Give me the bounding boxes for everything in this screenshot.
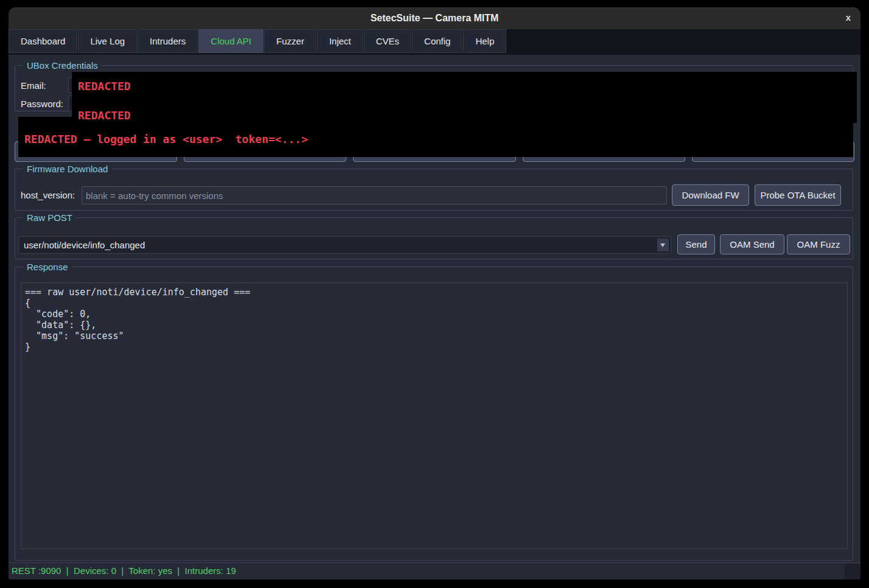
redacted-password-text: REDACTED: [78, 109, 131, 122]
tab-bar: Dashboard Live Log Intruders Cloud API F…: [9, 29, 860, 55]
oam-fuzz-button[interactable]: OAM Fuzz: [787, 234, 850, 254]
download-fw-button[interactable]: Download FW: [672, 184, 749, 206]
status-bar-text: REST :9090 | Devices: 0 | Token: yes | I…: [12, 563, 236, 579]
tab-live-log[interactable]: Live Log: [78, 29, 137, 53]
response-output-area[interactable]: === raw user/noti/device/info_changed ==…: [21, 282, 848, 549]
response-output-text: === raw user/noti/device/info_changed ==…: [21, 283, 847, 356]
oam-send-button[interactable]: OAM Send: [720, 234, 784, 254]
raw-post-group-title: Raw POST: [23, 212, 76, 223]
tab-dashboard[interactable]: Dashboard: [9, 29, 77, 53]
response-group-title: Response: [23, 261, 72, 273]
main-content: UBox Credentials Email: Password: Firmwa…: [9, 55, 860, 562]
status-bar: REST :9090 | Devices: 0 | Token: yes | I…: [9, 562, 860, 579]
app-window: SetecSuite — Camera MITM x Dashboard Liv…: [9, 7, 860, 579]
redacted-login-status-text: REDACTED — logged in as <user> token=<..…: [24, 133, 308, 145]
tab-config[interactable]: Config: [412, 29, 462, 53]
tab-cloud-api[interactable]: Cloud API: [198, 29, 263, 53]
tab-fuzzer[interactable]: Fuzzer: [264, 29, 316, 53]
title-bar: SetecSuite — Camera MITM x: [9, 7, 860, 29]
tab-cves[interactable]: CVEs: [364, 29, 411, 53]
close-icon[interactable]: x: [846, 7, 851, 28]
firmware-download-group-title: Firmware Download: [23, 163, 111, 175]
host-version-label: host_version:: [21, 189, 75, 201]
ubox-credentials-group-title: UBox Credentials: [23, 60, 102, 71]
window-title: SetecSuite — Camera MITM: [9, 7, 860, 29]
send-button[interactable]: Send: [677, 234, 715, 254]
endpoint-combobox[interactable]: user/noti/device/info_changed: [18, 236, 671, 254]
redaction-overlay-credentials: [72, 72, 857, 123]
tab-inject[interactable]: Inject: [317, 29, 363, 53]
redacted-email-text: REDACTED: [78, 80, 131, 93]
chevron-down-icon[interactable]: [657, 239, 669, 251]
probe-ota-bucket-button[interactable]: Probe OTA Bucket: [755, 184, 841, 206]
tab-intruders[interactable]: Intruders: [138, 29, 198, 53]
tab-help[interactable]: Help: [463, 29, 506, 53]
email-label: Email:: [21, 80, 46, 92]
host-version-input[interactable]: [82, 186, 667, 205]
password-label: Password:: [21, 98, 63, 110]
resize-grip[interactable]: [845, 564, 860, 579]
endpoint-combobox-value: user/noti/device/info_changed: [24, 237, 145, 253]
